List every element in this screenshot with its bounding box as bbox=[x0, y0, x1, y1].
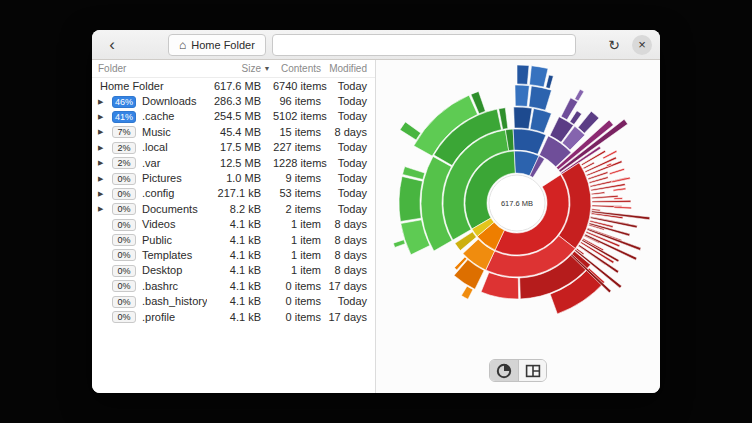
size-cell: 4.1 kB bbox=[207, 280, 261, 292]
expander-icon[interactable]: ▶ bbox=[98, 128, 112, 135]
size-cell: 254.5 MB bbox=[207, 110, 261, 122]
chart-segment[interactable] bbox=[591, 192, 604, 195]
header-size[interactable]: Size bbox=[207, 63, 261, 74]
close-button[interactable]: × bbox=[632, 35, 652, 55]
chart-segment[interactable] bbox=[399, 176, 422, 221]
chart-segment[interactable] bbox=[575, 89, 584, 101]
contents-cell: 0 items bbox=[273, 280, 321, 292]
expander-icon[interactable]: ▶ bbox=[98, 113, 112, 120]
folder-name: .bashrc bbox=[140, 280, 207, 292]
folder-name: Music bbox=[140, 126, 207, 138]
table-row[interactable]: 0%.bashrc4.1 kB0 items17 days bbox=[92, 278, 375, 293]
chart-segment[interactable] bbox=[517, 65, 529, 84]
modified-cell: 8 days bbox=[321, 234, 367, 246]
chart-segment[interactable] bbox=[514, 107, 532, 129]
rings-view-button[interactable] bbox=[490, 360, 518, 381]
modified-cell: 8 days bbox=[321, 249, 367, 261]
header-contents[interactable]: Contents bbox=[273, 63, 321, 74]
folder-name: Public bbox=[140, 234, 207, 246]
chart-segment[interactable] bbox=[461, 286, 473, 299]
expander-icon[interactable]: ▶ bbox=[98, 98, 112, 105]
expander-icon[interactable]: ▶ bbox=[98, 205, 112, 212]
chart-segment[interactable] bbox=[513, 129, 546, 154]
header-modified[interactable]: Modified bbox=[321, 63, 367, 74]
chart-segment[interactable] bbox=[613, 188, 626, 191]
percent-badge: 0% bbox=[112, 219, 136, 231]
chart-segment[interactable] bbox=[393, 240, 405, 248]
modified-cell: Today bbox=[321, 80, 367, 92]
chart-segment[interactable] bbox=[609, 168, 624, 174]
location-button[interactable]: ⌂ Home Folder bbox=[168, 34, 266, 56]
table-row[interactable]: ▶2%.var12.5 MB1228 itemsToday bbox=[92, 155, 375, 170]
percent-badge: 2% bbox=[112, 142, 136, 154]
size-cell: 4.1 kB bbox=[207, 264, 261, 276]
size-cell: 12.5 MB bbox=[207, 157, 261, 169]
contents-cell: 15 items bbox=[273, 126, 321, 138]
table-row[interactable]: 0%Desktop4.1 kB1 item8 days bbox=[92, 263, 375, 278]
location-entry[interactable] bbox=[272, 34, 576, 56]
contents-cell: 96 items bbox=[273, 95, 321, 107]
folder-name: Downloads bbox=[140, 95, 207, 107]
table-row[interactable]: ▶2%.local17.5 MB227 itemsToday bbox=[92, 140, 375, 155]
folder-name: Documents bbox=[140, 203, 207, 215]
size-cell: 217.1 kB bbox=[207, 187, 261, 199]
refresh-button[interactable]: ↻ bbox=[602, 33, 626, 57]
modified-cell: 17 days bbox=[321, 311, 367, 323]
chart-segment[interactable] bbox=[570, 111, 582, 125]
chart-segment[interactable] bbox=[592, 200, 631, 202]
rings-chart[interactable]: 617.6 MB bbox=[376, 60, 660, 355]
percent-badge: 41% bbox=[112, 111, 136, 123]
modified-cell: 17 days bbox=[321, 280, 367, 292]
table-row[interactable]: 0%.bash_history4.1 kB0 itemsToday bbox=[92, 293, 375, 308]
folder-name: Pictures bbox=[140, 172, 207, 184]
treemap-view-button[interactable] bbox=[518, 360, 546, 381]
contents-cell: 1 item bbox=[273, 234, 321, 246]
expander-icon[interactable]: ▶ bbox=[98, 175, 112, 182]
chart-segment[interactable] bbox=[529, 66, 548, 87]
back-button[interactable]: ‹ bbox=[100, 33, 124, 57]
contents-cell: 0 items bbox=[273, 295, 321, 307]
expander-icon[interactable]: ▶ bbox=[98, 159, 112, 166]
table-row[interactable]: 0%.profile4.1 kB0 items17 days bbox=[92, 309, 375, 324]
folder-name: .local bbox=[140, 141, 207, 153]
table-row[interactable]: ▶7%Music45.4 MB15 items8 days bbox=[92, 124, 375, 139]
headerbar: ‹ ⌂ Home Folder ↻ × bbox=[92, 30, 660, 60]
home-icon: ⌂ bbox=[179, 38, 186, 52]
chart-segment[interactable] bbox=[546, 75, 554, 89]
modified-cell: 8 days bbox=[321, 264, 367, 276]
percent-badge: 7% bbox=[112, 126, 136, 138]
size-cell: 45.4 MB bbox=[207, 126, 261, 138]
table-row[interactable]: ▶0%Documents8.2 kB2 itemsToday bbox=[92, 201, 375, 216]
size-cell: 4.1 kB bbox=[207, 311, 261, 323]
folder-name: .config bbox=[140, 187, 207, 199]
table-row[interactable]: Home Folder617.6 MB6740 itemsToday bbox=[92, 78, 375, 93]
size-cell: 4.1 kB bbox=[207, 234, 261, 246]
contents-cell: 2 items bbox=[273, 203, 321, 215]
chart-segment[interactable] bbox=[529, 86, 552, 110]
size-cell: 17.5 MB bbox=[207, 141, 261, 153]
chart-segment[interactable] bbox=[400, 122, 421, 140]
chart-segment[interactable] bbox=[530, 108, 551, 133]
chart-segment[interactable] bbox=[614, 197, 623, 199]
table-row[interactable]: 0%Public4.1 kB1 item8 days bbox=[92, 232, 375, 247]
expander-icon[interactable]: ▶ bbox=[98, 144, 112, 151]
table-row[interactable]: 0%Templates4.1 kB1 item8 days bbox=[92, 247, 375, 262]
expander-icon[interactable]: ▶ bbox=[98, 190, 112, 197]
table-row[interactable]: ▶0%Pictures1.0 MB9 itemsToday bbox=[92, 170, 375, 185]
chart-segment[interactable] bbox=[515, 85, 529, 107]
percent-badge: 0% bbox=[112, 249, 136, 261]
table-row[interactable]: 0%Videos4.1 kB1 item8 days bbox=[92, 217, 375, 232]
chart-segment[interactable] bbox=[614, 206, 632, 209]
sort-descending-icon: ▼ bbox=[261, 65, 273, 72]
view-switcher bbox=[489, 359, 547, 382]
contents-cell: 5102 items bbox=[273, 110, 321, 122]
table-row[interactable]: ▶0%.config217.1 kB53 itemsToday bbox=[92, 186, 375, 201]
folder-name: Videos bbox=[140, 218, 207, 230]
modified-cell: Today bbox=[321, 95, 367, 107]
percent-badge: 0% bbox=[112, 188, 136, 200]
percent-badge: 0% bbox=[112, 203, 136, 215]
table-row[interactable]: ▶46%Downloads286.3 MB96 itemsToday bbox=[92, 93, 375, 108]
header-folder[interactable]: Folder bbox=[98, 63, 207, 74]
table-row[interactable]: ▶41%.cache254.5 MB5102 itemsToday bbox=[92, 109, 375, 124]
size-cell: 286.3 MB bbox=[207, 95, 261, 107]
